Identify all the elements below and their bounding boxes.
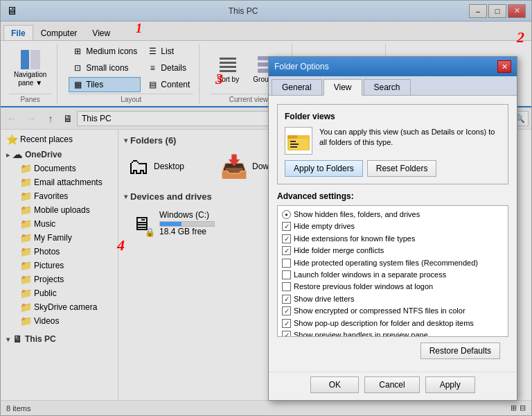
setting-check-popup[interactable] xyxy=(282,319,291,328)
setting-show-drive-letters[interactable]: Show drive letters xyxy=(281,293,505,305)
folder-options-dialog: Folder Options ✕ General View Search Fol… xyxy=(268,56,517,401)
setting-launch-separate[interactable]: Launch folder windows in a separate proc… xyxy=(281,269,505,281)
setting-check-restore-previous[interactable] xyxy=(282,282,291,291)
setting-text-hide-protected: Hide protected operating system files (R… xyxy=(294,258,478,268)
setting-check-hide-ext[interactable] xyxy=(282,234,291,243)
dialog-tabs: General View Search xyxy=(269,76,517,96)
settings-list: Show hidden files, folders, and drives H… xyxy=(277,205,508,337)
svg-rect-13 xyxy=(290,144,299,145)
advanced-settings-label: Advanced settings: xyxy=(277,191,508,201)
setting-text-hide-empty: Hide empty drives xyxy=(294,221,355,232)
setting-text-hide-ext: Hide extensions for known file types xyxy=(294,234,415,244)
setting-text-preview: Show preview handlers in preview pane xyxy=(294,330,428,337)
setting-restore-previous[interactable]: Restore previous folder windows at logon xyxy=(281,281,505,293)
ok-button[interactable]: OK xyxy=(310,376,359,393)
dialog-action-buttons: OK Cancel Apply xyxy=(269,372,517,400)
setting-text-launch-separate: Launch folder windows in a separate proc… xyxy=(294,270,446,280)
setting-show-popup[interactable]: Show pop-up description for folder and d… xyxy=(281,318,505,329)
folder-views-description: You can apply this view (such as Details… xyxy=(319,127,501,148)
apply-button[interactable]: Apply xyxy=(425,376,475,393)
modal-overlay: Folder Options ✕ General View Search Fol… xyxy=(1,1,531,415)
restore-defaults-container: Restore Defaults xyxy=(285,343,500,359)
setting-hide-extensions[interactable]: Hide extensions for known file types xyxy=(281,233,505,245)
svg-rect-10 xyxy=(287,135,297,139)
folder-views-buttons: Apply to Folders Reset Folders xyxy=(285,160,501,177)
dialog-title: Folder Options xyxy=(274,62,329,71)
dialog-tab-search[interactable]: Search xyxy=(364,79,411,95)
folder-views-body: You can apply this view (such as Details… xyxy=(285,127,501,155)
setting-text-drive-letters: Show drive letters xyxy=(294,294,354,304)
dialog-tab-general[interactable]: General xyxy=(272,79,322,95)
setting-check-encrypted[interactable] xyxy=(282,306,291,315)
apply-to-folders-button[interactable]: Apply to Folders xyxy=(285,160,363,177)
setting-text-restore-previous: Restore previous folder windows at logon xyxy=(294,281,433,292)
setting-show-preview[interactable]: Show preview handlers in preview pane xyxy=(281,329,505,337)
setting-check-launch-separate[interactable] xyxy=(282,270,291,279)
dialog-content: Folder views You ca xyxy=(269,96,517,372)
setting-check-hide-merge[interactable] xyxy=(282,246,291,255)
svg-rect-14 xyxy=(290,146,297,148)
setting-hide-protected[interactable]: Hide protected operating system files (R… xyxy=(281,257,505,269)
dialog-title-bar: Folder Options ✕ xyxy=(269,57,517,76)
restore-defaults-button[interactable]: Restore Defaults xyxy=(420,343,500,359)
cancel-button[interactable]: Cancel xyxy=(364,376,419,393)
setting-hide-empty[interactable]: Hide empty drives xyxy=(281,220,505,232)
setting-show-encrypted[interactable]: Show encrypted or compressed NTFS files … xyxy=(281,305,505,317)
setting-radio-show-hidden[interactable] xyxy=(282,210,291,219)
setting-text-encrypted: Show encrypted or compressed NTFS files … xyxy=(294,306,466,316)
setting-hide-merge[interactable]: Hide folder merge conflicts xyxy=(281,245,505,257)
dialog-close-button[interactable]: ✕ xyxy=(497,60,511,73)
setting-check-drive-letters[interactable] xyxy=(282,295,291,304)
setting-check-hide-protected[interactable] xyxy=(282,259,291,268)
main-window: 🖥 This PC – □ ✕ File Computer View 1 xyxy=(0,0,532,416)
folder-views-title: Folder views xyxy=(285,112,501,121)
reset-folders-button[interactable]: Reset Folders xyxy=(367,160,437,177)
folder-preview-icon xyxy=(285,127,312,155)
setting-text-popup: Show pop-up description for folder and d… xyxy=(294,318,474,329)
setting-check-hide-empty[interactable] xyxy=(282,222,291,231)
setting-show-hidden[interactable]: Show hidden files, folders, and drives xyxy=(281,209,505,220)
svg-rect-12 xyxy=(290,141,296,142)
dialog-tab-view[interactable]: View xyxy=(323,79,362,96)
setting-text-hide-merge: Hide folder merge conflicts xyxy=(294,245,384,256)
setting-check-preview[interactable] xyxy=(282,331,291,337)
setting-text-show-hidden: Show hidden files, folders, and drives xyxy=(294,209,420,220)
folder-views-section: Folder views You ca xyxy=(277,104,508,184)
